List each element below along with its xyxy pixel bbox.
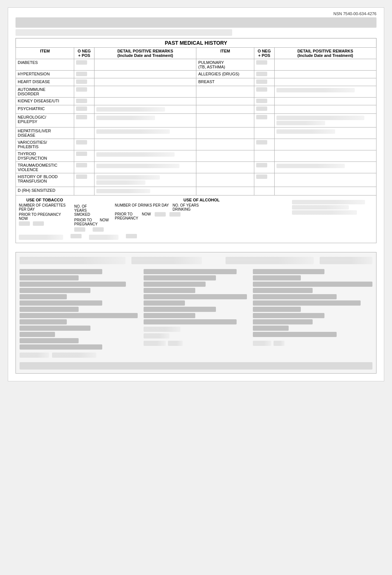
neg-left-5 [74, 98, 94, 105]
neg-right-4 [254, 86, 274, 98]
table-row: HEPATITIS/LIVERDISEASE [16, 127, 376, 139]
left-item-8: HEPATITIS/LIVERDISEASE [16, 127, 74, 139]
now-smoked-value [93, 227, 104, 232]
neg-left-6 [74, 105, 94, 114]
neg-right-9 [254, 139, 274, 150]
left-item-9: VARICOSITIES/PHLEBITIS [16, 139, 74, 150]
detail-right-5 [274, 98, 376, 105]
left-item-12: HISTORY OF BLOODTRANSFUSION [16, 173, 74, 187]
tobacco-cigarettes-label: NUMBER OF CIGARETTESPER DAY [19, 203, 71, 211]
neg-right-8 [254, 127, 274, 139]
detail-left-6 [94, 105, 196, 114]
prior-smoked-value [74, 227, 85, 232]
detail-right-8 [274, 127, 376, 139]
right-item-2: ALLERGIES (DRUGS) [196, 71, 254, 78]
right-item-1: PULMONARY(TB, ASTHMA) [196, 59, 254, 71]
now-smoked-label: NOW [100, 218, 109, 226]
left-item-13: D (RH) SENSITIZED [16, 187, 74, 195]
neg-left-11 [74, 162, 94, 173]
left-item-5: KIDNEY DISEASE/UTI [16, 98, 74, 105]
neg-right-6 [254, 105, 274, 114]
col-header-detail-right: DETAIL POSITIVE REMARKS(Include Date and… [274, 48, 376, 59]
right-item-10 [196, 150, 254, 162]
right-item-8 [196, 127, 254, 139]
left-item-3: HEART DISEASE [16, 78, 74, 86]
bottom-right-col [253, 268, 372, 358]
page: NSN 7540-00-634-4276 PAST MEDICAL HISTOR… [8, 7, 384, 381]
neg-left-4 [74, 86, 94, 98]
left-item-7: NEUROLOGIC/EPILEPSY [16, 114, 74, 127]
detail-left-2 [94, 71, 196, 78]
detail-left-3 [94, 78, 196, 86]
medical-history-table: ITEM O NEG+ POS DETAIL POSITIVE REMARKS(… [16, 47, 376, 195]
col-header-detail-left: DETAIL POSITIVE REMARKS(Include Date and… [94, 48, 196, 59]
detail-right-4 [274, 86, 376, 98]
detail-right-3 [274, 78, 376, 86]
left-item-11: TRAUMA/DOMESTICVIOLENCE [16, 162, 74, 173]
neg-right-11 [254, 162, 274, 173]
neg-right-1 [254, 59, 274, 71]
table-row: PSYCHIATRIC [16, 105, 376, 114]
tobacco-now-value [33, 221, 44, 226]
prior-to-preg-label: PRIOR TOPREGNANCY [74, 218, 97, 226]
detail-right-10 [274, 150, 376, 162]
tobacco-alcohol-row: USE OF TOBACCO NUMBER OF CIGARETTESPER D… [19, 198, 373, 232]
detail-right-13 [274, 187, 376, 195]
bottom-middle-col [144, 268, 247, 358]
neg-right-13 [254, 187, 274, 195]
header-bar [16, 17, 376, 28]
detail-right-6 [274, 105, 376, 114]
right-item-5 [196, 98, 254, 105]
right-item-7 [196, 114, 254, 127]
bottom-section [16, 252, 376, 374]
col-header-item-right: ITEM [196, 48, 254, 59]
neg-right-5 [254, 98, 274, 105]
neg-left-2 [74, 71, 94, 78]
detail-right-11 [274, 162, 376, 173]
detail-left-5 [94, 98, 196, 105]
tobacco-title: USE OF TOBACCO [19, 198, 71, 202]
drinks-prior-value [155, 212, 166, 217]
right-item-3: BREAST [196, 78, 254, 86]
bottom-left-col [20, 268, 138, 358]
tobacco-prior-label: PRIOR TO PREGNANCY NOW [19, 212, 71, 221]
right-item-13 [196, 187, 254, 195]
detail-right-7 [274, 114, 376, 127]
tobacco-block: USE OF TOBACCO NUMBER OF CIGARETTESPER D… [19, 198, 71, 226]
neg-right-2 [254, 71, 274, 78]
right-item-6 [196, 105, 254, 114]
neg-left-12 [74, 173, 94, 187]
years-smoked-block: NO. OFYEARSSMOKED PRIOR TOPREGNANCY NOW [74, 198, 111, 232]
neg-left-3 [74, 78, 94, 86]
right-item-4 [196, 86, 254, 98]
neg-right-12 [254, 173, 274, 187]
neg-right-10 [254, 150, 274, 162]
alcohol-title: USE OF ALCOHOL [115, 198, 288, 202]
col-header-item-left: ITEM [16, 48, 74, 59]
detail-right-12 [274, 173, 376, 187]
left-item-10: THYROIDDYSFUNCTION [16, 150, 74, 162]
table-row: HISTORY OF BLOODTRANSFUSION [16, 173, 376, 187]
drinks-per-day-label: NUMBER OF DRINKS PER DAY [115, 203, 169, 211]
right-item-9 [196, 139, 254, 150]
detail-left-8 [94, 127, 196, 139]
left-item-1: DIABETES [16, 59, 74, 71]
table-row: TRAUMA/DOMESTICVIOLENCE [16, 162, 376, 173]
neg-left-8 [74, 127, 94, 139]
section-title: PAST MEDICAL HISTORY [16, 38, 376, 47]
detail-right-1 [274, 59, 376, 71]
detail-left-10 [94, 150, 196, 162]
neg-left-13 [74, 187, 94, 195]
right-item-11 [196, 162, 254, 173]
neg-left-9 [74, 139, 94, 150]
neg-left-10 [74, 150, 94, 162]
table-row: HEART DISEASE BREAST [16, 78, 376, 86]
table-row: KIDNEY DISEASE/UTI [16, 98, 376, 105]
tobacco-alcohol-section: USE OF TOBACCO NUMBER OF CIGARETTESPER D… [16, 195, 376, 243]
tobacco-prior-value [19, 221, 30, 226]
table-row: DIABETES PULMONARY(TB, ASTHMA) [16, 59, 376, 71]
neg-right-3 [254, 78, 274, 86]
table-row: VARICOSITIES/PHLEBITIS [16, 139, 376, 150]
detail-right-2 [274, 71, 376, 78]
nsn-number: NSN 7540-00-634-4276 [16, 11, 376, 16]
